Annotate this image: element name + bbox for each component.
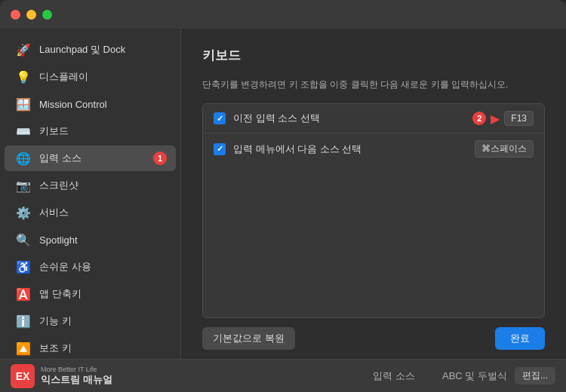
close-button[interactable]	[11, 10, 20, 20]
sidebar-item-display[interactable]: 💡디스플레이	[5, 64, 176, 90]
hint-text: 단축키를 변경하려면 키 조합을 이중 클릭한 다음 새로운 키를 입력하십시오…	[202, 78, 545, 91]
sidebar-item-keyboard[interactable]: ⌨️키보드	[5, 118, 176, 144]
brand-sub: More Better IT Life	[41, 366, 112, 373]
shortcut-list: 이전 입력 소스 선택2▶F13입력 메뉴에서 다음 소스 선택⌘스페이스	[202, 103, 545, 318]
footer-tab-right: ABC 및 두벌식 편집...	[442, 367, 555, 384]
display-icon: 💡	[15, 69, 32, 85]
sidebar-label-launchpad: Launchpad 및 Dock	[39, 43, 125, 57]
shortcut-checkbox-next-input[interactable]	[214, 143, 226, 155]
brand: EX More Better IT Life 익스트림 매뉴얼	[0, 360, 123, 393]
key-tag-prev-input[interactable]: F13	[504, 111, 534, 126]
shortcut-row: 이전 입력 소스 선택2▶F13	[203, 104, 544, 133]
launchpad-icon: 🚀	[15, 41, 32, 58]
shortcut-checkbox-prev-input[interactable]	[214, 112, 226, 124]
minimize-button[interactable]	[26, 10, 36, 20]
shortcut-key-prev-input: 2▶F13	[472, 111, 534, 126]
accessibility-icon: ♿	[15, 259, 32, 275]
main-layout: 🚀Launchpad 및 Dock💡디스플레이🪟Mission Control⌨…	[0, 29, 566, 359]
step-badge-prev-input: 2	[472, 112, 486, 125]
sidebar: 🚀Launchpad 및 Dock💡디스플레이🪟Mission Control⌨…	[0, 29, 181, 359]
function-key-icon: ℹ️	[15, 313, 32, 329]
edit-button[interactable]: 편집...	[515, 367, 555, 384]
footer-right-label: ABC 및 두벌식	[442, 369, 507, 383]
shortcut-name-next-input: 입력 메뉴에서 다음 소스 선택	[233, 142, 475, 156]
sidebar-label-input-source: 입력 소스	[39, 152, 82, 165]
input-source-icon: 🌐	[15, 150, 32, 167]
keyboard-icon: ⌨️	[15, 123, 32, 139]
screenshot-icon: 📷	[15, 177, 32, 194]
sidebar-item-assist-key[interactable]: 🔼보조 키	[5, 335, 176, 359]
maximize-button[interactable]	[42, 10, 52, 20]
sidebar-item-function-key[interactable]: ℹ️기능 키	[5, 308, 176, 334]
footer-main: 입력 소스 ABC 및 두벌식 편집...	[362, 367, 566, 384]
sidebar-item-mission-control[interactable]: 🪟Mission Control	[5, 91, 176, 117]
titlebar	[0, 0, 566, 29]
services-icon: ⚙️	[15, 204, 32, 221]
sidebar-label-app-shortcut: 앱 단축키	[39, 287, 82, 301]
sidebar-item-screenshot[interactable]: 📷스크린샷	[5, 173, 176, 198]
mission-control-icon: 🪟	[15, 96, 32, 112]
content-title: 키보드	[202, 47, 545, 64]
sidebar-item-app-shortcut[interactable]: 🅰️앱 단축키	[5, 281, 176, 307]
sidebar-label-spotlight: Spotlight	[39, 234, 78, 246]
assist-key-icon: 🔼	[15, 340, 32, 357]
app-shortcut-icon: 🅰️	[15, 286, 32, 302]
shortcut-name-prev-input: 이전 입력 소스 선택	[233, 112, 472, 125]
footer-tab-label: 입력 소스	[373, 369, 415, 383]
sidebar-label-mission-control: Mission Control	[39, 99, 107, 110]
spotlight-icon: 🔍	[15, 231, 32, 248]
sidebar-item-input-source[interactable]: 🌐입력 소스1	[5, 145, 176, 171]
sidebar-item-services[interactable]: ⚙️서비스	[5, 200, 176, 225]
sidebar-label-screenshot: 스크린샷	[39, 179, 78, 192]
footer-bar: EX More Better IT Life 익스트림 매뉴얼 입력 소스 AB…	[0, 359, 566, 392]
sidebar-label-accessibility: 손쉬운 사용	[39, 260, 91, 274]
sidebar-label-display: 디스플레이	[39, 70, 88, 84]
key-tag-next-input[interactable]: ⌘스페이스	[475, 140, 534, 158]
brand-name: 익스트림 매뉴얼	[41, 373, 112, 387]
badge-input-source: 1	[153, 152, 167, 165]
sidebar-item-launchpad[interactable]: 🚀Launchpad 및 Dock	[5, 37, 176, 63]
restore-button[interactable]: 기본값으로 복원	[202, 327, 295, 350]
sidebar-item-accessibility[interactable]: ♿손쉬운 사용	[5, 254, 176, 280]
sidebar-label-keyboard: 키보드	[39, 124, 69, 138]
content-area: 키보드 단축키를 변경하려면 키 조합을 이중 클릭한 다음 새로운 키를 입력…	[181, 29, 566, 359]
shortcut-key-next-input: ⌘스페이스	[475, 140, 534, 158]
content-bottom: 기본값으로 복원 완료	[202, 318, 545, 359]
brand-text: More Better IT Life 익스트림 매뉴얼	[41, 366, 112, 387]
sidebar-label-services: 서비스	[39, 206, 69, 219]
sidebar-label-assist-key: 보조 키	[39, 341, 72, 355]
done-button[interactable]: 완료	[495, 327, 545, 350]
shortcut-row: 입력 메뉴에서 다음 소스 선택⌘스페이스	[203, 133, 544, 164]
sidebar-label-function-key: 기능 키	[39, 314, 72, 328]
arrow-icon: ▶	[491, 112, 500, 126]
brand-icon: EX	[11, 364, 35, 388]
sidebar-item-spotlight[interactable]: 🔍Spotlight	[5, 227, 176, 253]
